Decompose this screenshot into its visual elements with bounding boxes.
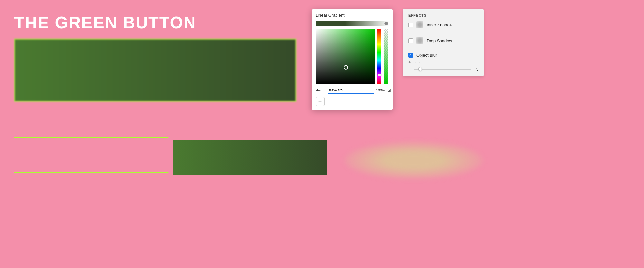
drop-shadow-label: Drop Shadow — [427, 38, 478, 43]
opacity-label: 100% — [376, 88, 385, 92]
add-gradient-stop-button[interactable]: + — [316, 97, 325, 106]
amount-minus-icon[interactable]: − — [408, 66, 411, 72]
lime-line-bottom — [14, 172, 169, 173]
inner-shadow-preview — [416, 21, 423, 28]
object-blur-label: Object Blur — [416, 53, 473, 58]
amount-value: 5 — [473, 67, 478, 72]
gradient-type-label[interactable]: Linear Gradient — [316, 13, 345, 18]
effects-panel: EFFECTS Inner Shadow Drop Shadow Object … — [403, 9, 484, 76]
gradient-bar[interactable] — [316, 21, 389, 26]
amount-slider-thumb[interactable] — [418, 67, 422, 71]
hex-mode-chevron-icon[interactable]: ⌄ — [324, 89, 327, 92]
object-blur-checkbox[interactable] — [408, 53, 413, 58]
hex-label: Hex — [316, 88, 322, 92]
object-blur-row: Object Blur ⌄ — [408, 53, 478, 58]
green-rect-lower — [173, 140, 327, 175]
hue-cursor[interactable] — [378, 74, 382, 76]
hex-input[interactable] — [328, 87, 374, 94]
alpha-strip[interactable] — [384, 29, 389, 84]
inner-shadow-checkbox[interactable] — [408, 23, 413, 27]
color-canvas[interactable] — [316, 29, 375, 84]
hue-strip[interactable] — [377, 29, 382, 84]
amount-label: Amount — [408, 60, 478, 64]
gradient-type-chevron-icon[interactable]: ⌄ — [386, 13, 389, 17]
inner-shadow-row: Inner Shadow — [408, 21, 478, 28]
lime-line-top — [14, 137, 169, 138]
drop-shadow-preview — [416, 37, 423, 44]
inner-shadow-label: Inner Shadow — [427, 23, 478, 27]
object-blur-chevron-icon[interactable]: ⌄ — [476, 53, 478, 57]
drop-shadow-checkbox[interactable] — [408, 38, 413, 43]
color-canvas-cursor[interactable] — [344, 65, 348, 70]
color-picker-panel: Linear Gradient ⌄ Hex ⌄ 100% ◢ + — [312, 9, 393, 110]
drop-shadow-row: Drop Shadow — [408, 37, 478, 44]
oval-blur-shadow — [345, 142, 483, 179]
amount-slider[interactable] — [414, 69, 471, 70]
amount-section: Amount − 5 — [408, 60, 478, 72]
green-rect-main — [14, 39, 296, 102]
effects-title: EFFECTS — [408, 14, 478, 17]
eyedropper-icon[interactable]: ◢ — [387, 88, 391, 93]
page-title: THE GREEN BUTTON — [14, 13, 196, 32]
gradient-stop-right[interactable] — [384, 22, 388, 25]
